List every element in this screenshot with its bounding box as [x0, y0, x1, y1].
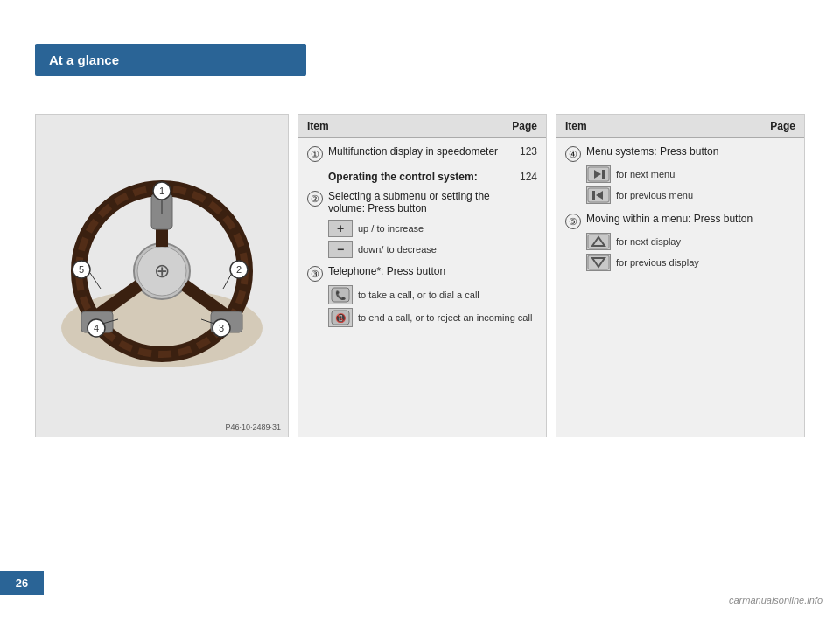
svg-text:1: 1: [159, 186, 164, 196]
table2-col-page: Page: [770, 120, 795, 132]
next-display-icon: [586, 233, 611, 250]
table1-body: ① Multifunction display in speedometer 1…: [298, 138, 546, 334]
svg-text:📞: 📞: [335, 290, 346, 301]
table2: Item Page ④ Menu systems: Press button: [556, 114, 805, 438]
row1-number: ①: [307, 146, 323, 162]
row4-content: Menu systems: Press button: [586, 145, 766, 158]
table-row: ③ Telephone*: Press button: [307, 265, 537, 282]
table-row: ② Selecting a submenu or setting the vol…: [307, 190, 537, 214]
phone-answer-icon: 📞: [328, 285, 353, 304]
svg-line-23: [223, 273, 232, 289]
table-row: ⑤ Moving within a menu: Press button: [565, 213, 795, 229]
row1-content: Multifunction display in speedometer: [328, 145, 508, 158]
table2-body: ④ Menu systems: Press button: [556, 138, 804, 278]
row2-content: Selecting a submenu or setting the volum…: [328, 190, 508, 214]
row2-title: Selecting a submenu or setting the volum…: [328, 190, 490, 214]
prev-display-icon: [586, 254, 611, 271]
image-caption: P46·10·2489·31: [225, 423, 281, 431]
sub-item-call-end: 📵 to end a call, or to reject an incomin…: [328, 308, 537, 327]
next-menu-icon: [586, 165, 611, 183]
row5-number: ⑤: [565, 214, 581, 229]
sub-item-call-take: 📞 to take a call, or to dial a call: [328, 285, 537, 304]
svg-text:📵: 📵: [335, 312, 346, 324]
main-content: ⊕ 1 2 3 4 5: [35, 114, 805, 438]
row4-title: Menu systems: Press button: [586, 145, 718, 158]
minus-icon: −: [328, 241, 353, 258]
table2-header: Item Page: [556, 115, 804, 138]
row3-title: Telephone*: Press button: [328, 265, 445, 277]
page-title: At a glance: [49, 52, 119, 67]
prev-menu-label: for previous menu: [616, 190, 693, 200]
sub-item-prev-menu: for previous menu: [586, 186, 795, 204]
sub-item-next-menu: for next menu: [586, 165, 795, 183]
prev-menu-icon: [586, 186, 611, 204]
row5-title: Moving within a menu: Press button: [586, 213, 752, 225]
row1-title: Multifunction display in speedometer: [328, 145, 498, 158]
row3-content: Telephone*: Press button: [328, 265, 508, 277]
prev-display-label: for previous display: [616, 257, 699, 268]
next-menu-label: for next menu: [616, 169, 675, 179]
plus-label: up / to increase: [358, 223, 424, 234]
svg-text:⊕: ⊕: [154, 260, 170, 282]
plus-icon: +: [328, 220, 353, 237]
svg-text:3: 3: [219, 323, 224, 333]
table1-header: Item Page: [298, 115, 546, 138]
svg-text:5: 5: [79, 264, 84, 275]
phone-end-icon: 📵: [328, 308, 353, 327]
row1-page: 123: [513, 145, 537, 158]
svg-rect-33: [602, 170, 605, 178]
svg-text:2: 2: [236, 264, 242, 275]
svg-text:4: 4: [94, 323, 99, 333]
call-take-label: to take a call, or to dial a call: [358, 290, 480, 300]
sub-item-next-display: for next display: [586, 233, 795, 250]
table1-col-page: Page: [512, 120, 537, 132]
sub-item-plus: + up / to increase: [328, 220, 537, 237]
row3-number: ③: [307, 266, 323, 282]
row-operating-page: 124: [513, 171, 537, 183]
table-row: ④ Menu systems: Press button: [565, 145, 795, 162]
sub-item-prev-display: for previous display: [586, 254, 795, 271]
steering-wheel-svg: ⊕ 1 2 3 4 5: [48, 175, 276, 376]
watermark: carmanualsonline.info: [729, 595, 822, 606]
table2-col-item: Item: [565, 120, 587, 132]
minus-label: down/ to decrease: [358, 244, 437, 255]
row5-content: Moving within a menu: Press button: [586, 213, 766, 225]
page-number: 26: [0, 571, 44, 595]
table-row: ① Multifunction display in speedometer 1…: [307, 145, 537, 162]
row2-number: ②: [307, 191, 323, 206]
call-end-label: to end a call, or to reject an incoming …: [358, 312, 532, 323]
row-operating-title: Operating the control system:: [328, 171, 478, 183]
sub-item-minus: − down/ to decrease: [328, 241, 537, 258]
tables-area: Item Page ① Multifunction display in spe…: [298, 114, 805, 438]
row4-number: ④: [565, 146, 581, 162]
table1: Item Page ① Multifunction display in spe…: [298, 114, 547, 438]
header-bar: At a glance: [35, 44, 306, 76]
svg-rect-35: [592, 191, 595, 200]
steering-wheel-image: ⊕ 1 2 3 4 5: [35, 114, 289, 438]
next-display-label: for next display: [616, 236, 681, 247]
table1-col-item: Item: [307, 120, 329, 132]
svg-line-24: [90, 273, 101, 289]
